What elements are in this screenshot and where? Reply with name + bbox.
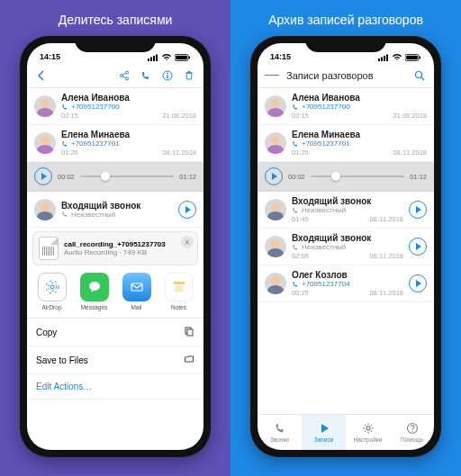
menu-icon[interactable] bbox=[265, 68, 279, 83]
recordings-list: Алена Иванова +70951237700 02:1521.08.20… bbox=[258, 88, 434, 414]
tab-bar: Звонки Записи Настройки Помощь bbox=[258, 414, 434, 450]
recording-row[interactable]: Входящий звонок Неизвестный bbox=[27, 192, 203, 228]
action-save-to-files[interactable]: Save to Files bbox=[27, 346, 203, 374]
promo-panel-archive: Архив записей разговоров 14:15 Записи ра… bbox=[230, 0, 461, 476]
tab-help[interactable]: Помощь bbox=[390, 415, 434, 450]
share-actions: Copy Save to Files Edit Actions… bbox=[27, 318, 203, 400]
contact-phone: +70951237704 bbox=[292, 280, 403, 288]
back-icon[interactable] bbox=[34, 68, 49, 83]
panel-title: Делитесь записями bbox=[59, 13, 173, 27]
contact-phone: +70951237700 bbox=[61, 103, 196, 111]
play-button[interactable] bbox=[265, 167, 283, 185]
svg-point-13 bbox=[50, 285, 54, 289]
recording-row[interactable]: Алена Иванова +70951237700 02:1521.08.20… bbox=[27, 88, 203, 125]
call-icon[interactable] bbox=[139, 68, 153, 83]
date: 08.11.2018 bbox=[369, 252, 403, 260]
battery-icon bbox=[175, 54, 191, 61]
notes-icon bbox=[165, 273, 194, 301]
avatar bbox=[34, 199, 56, 220]
action-edit[interactable]: Edit Actions… bbox=[27, 374, 203, 400]
help-icon bbox=[406, 422, 419, 435]
phone-mockup: 14:15 Алена Иванова bbox=[20, 36, 211, 457]
audio-player[interactable]: 00:02 01:12 bbox=[27, 162, 203, 192]
svg-point-9 bbox=[126, 77, 129, 80]
svg-rect-19 bbox=[174, 284, 185, 292]
date: 08.11.2018 bbox=[369, 215, 403, 223]
play-button[interactable] bbox=[409, 238, 427, 256]
messages-icon bbox=[80, 273, 109, 301]
share-icon[interactable] bbox=[117, 68, 131, 83]
signal-bars-icon bbox=[148, 54, 158, 61]
duration: 01:45 bbox=[292, 215, 309, 223]
player-knob[interactable] bbox=[331, 172, 340, 181]
avatar bbox=[265, 199, 286, 220]
svg-point-12 bbox=[167, 72, 168, 74]
tab-records[interactable]: Записи bbox=[302, 415, 346, 450]
search-icon[interactable] bbox=[412, 68, 427, 83]
svg-point-36 bbox=[411, 430, 412, 431]
contact-name: Алена Иванова bbox=[61, 93, 196, 103]
share-app-mail[interactable]: Mail bbox=[122, 273, 151, 310]
share-apps: AirDrop Messages Mail Notes bbox=[27, 267, 203, 318]
audio-player[interactable]: 00:02 01:12 bbox=[258, 162, 434, 192]
share-file-card: call_recording_+70951237703 Audio Record… bbox=[32, 231, 198, 265]
status-right bbox=[378, 54, 421, 61]
gear-icon bbox=[362, 422, 375, 435]
player-knob[interactable] bbox=[101, 172, 110, 181]
play-button[interactable] bbox=[409, 201, 427, 219]
svg-point-32 bbox=[416, 71, 422, 77]
duration: 01:26 bbox=[61, 148, 78, 157]
duration: 02:15 bbox=[292, 112, 309, 120]
avatar bbox=[265, 132, 286, 154]
recording-row[interactable]: Елена Минаева +70951237701 01:2608.11.20… bbox=[258, 125, 434, 162]
contact-sub: Неизвестный bbox=[61, 211, 173, 219]
recording-row[interactable]: Входящий звонок Неизвестный 01:4508.11.2… bbox=[258, 192, 434, 229]
avatar bbox=[34, 95, 56, 117]
tab-settings[interactable]: Настройки bbox=[346, 415, 390, 450]
panel-title: Архив записей разговоров bbox=[268, 13, 423, 27]
folder-icon bbox=[184, 354, 194, 366]
phone-screen: 14:15 Записи разговоров Алена Иванова bbox=[258, 43, 434, 450]
recording-row[interactable]: Алена Иванова +70951237700 02:1521.08.20… bbox=[258, 88, 434, 125]
svg-point-8 bbox=[121, 74, 123, 76]
action-copy[interactable]: Copy bbox=[27, 319, 203, 346]
recording-row[interactable]: Входящий звонок Неизвестный 02:0908.11.2… bbox=[258, 229, 434, 265]
duration: 00:25 bbox=[292, 289, 309, 297]
status-time: 14:15 bbox=[270, 52, 291, 61]
play-button[interactable] bbox=[409, 274, 427, 292]
share-app-airdrop[interactable]: AirDrop bbox=[38, 273, 67, 310]
player-track[interactable] bbox=[80, 175, 174, 177]
svg-rect-25 bbox=[378, 58, 380, 61]
player-total: 01:12 bbox=[179, 173, 196, 181]
status-time: 14:15 bbox=[40, 52, 60, 61]
app-toolbar bbox=[27, 63, 203, 88]
player-track[interactable] bbox=[311, 175, 404, 177]
recording-row[interactable]: Олег Козлов +70951237704 00:2508.11.2018 bbox=[258, 265, 434, 302]
close-icon[interactable]: × bbox=[181, 236, 194, 248]
svg-rect-26 bbox=[381, 58, 383, 62]
recording-row[interactable]: Елена Минаева +70951237701 01:2608.11.20… bbox=[27, 125, 203, 162]
contact-name: Входящий звонок bbox=[61, 201, 173, 211]
player-pos: 00:02 bbox=[58, 173, 75, 181]
contact-name: Елена Минаева bbox=[61, 130, 196, 139]
share-app-messages[interactable]: Messages bbox=[80, 273, 109, 310]
info-icon[interactable] bbox=[160, 68, 175, 83]
svg-point-34 bbox=[366, 427, 370, 430]
date: 21.08.2018 bbox=[393, 112, 427, 120]
contact-name: Елена Минаева bbox=[292, 130, 427, 139]
svg-point-7 bbox=[126, 71, 129, 74]
phone-notch bbox=[75, 36, 156, 52]
mail-icon bbox=[122, 273, 151, 301]
contact-phone: Неизвестный bbox=[292, 243, 403, 251]
tab-calls[interactable]: Звонки bbox=[258, 415, 302, 450]
share-app-notes[interactable]: Notes bbox=[165, 273, 194, 310]
date: 08.11.2018 bbox=[162, 148, 196, 157]
trash-icon[interactable] bbox=[182, 68, 196, 83]
play-button[interactable] bbox=[34, 167, 52, 185]
app-toolbar: Записи разговоров bbox=[258, 63, 434, 88]
player-pos: 00:02 bbox=[288, 173, 305, 181]
duration: 02:09 bbox=[292, 252, 309, 260]
date: 21.08.2018 bbox=[162, 112, 196, 120]
play-button[interactable] bbox=[178, 201, 196, 219]
copy-icon bbox=[184, 326, 194, 338]
